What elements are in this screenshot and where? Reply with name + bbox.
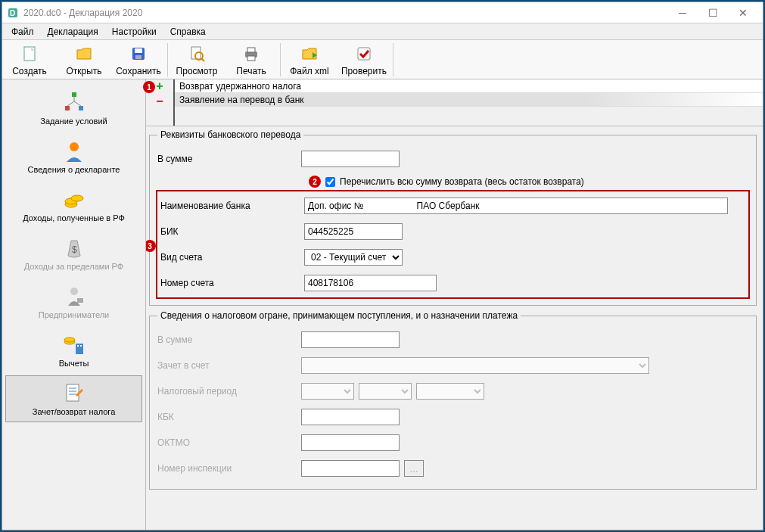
credit-label: Зачет в счет [157, 360, 301, 371]
svg-text:$: $ [72, 244, 77, 255]
svg-point-24 [71, 195, 83, 201]
print-button[interactable]: Печать [224, 41, 278, 79]
maximize-button[interactable]: ☐ [698, 4, 728, 22]
account-number-row: Номер счета [160, 270, 745, 296]
period-select-2 [359, 383, 412, 400]
close-button[interactable]: ✕ [728, 4, 758, 22]
svg-rect-33 [67, 384, 79, 401]
sidebar-item-deductions[interactable]: Вычеты [5, 327, 142, 374]
bank-name-label: Наименование банка [160, 201, 304, 211]
menu-help[interactable]: Справка [164, 25, 212, 39]
bik-input[interactable] [304, 223, 403, 240]
bank-name-input[interactable] [304, 198, 728, 214]
sidebar: Задание условий Сведения о декларанте До… [2, 79, 146, 530]
svg-rect-11 [247, 48, 255, 52]
sidebar-label: Вычеты [59, 359, 89, 368]
sum-label: В сумме [157, 154, 301, 164]
list-row-bank-transfer[interactable]: Заявление на перевод в банк [175, 93, 763, 107]
sidebar-item-conditions[interactable]: Задание условий [5, 85, 142, 132]
check-button[interactable]: Проверить [337, 41, 391, 79]
check-label: Проверить [341, 66, 387, 76]
xml-icon [299, 43, 320, 64]
period-select-1 [301, 383, 354, 400]
open-label: Открыть [66, 66, 101, 76]
toolbar-separator-3 [393, 43, 393, 76]
sidebar-item-entrepreneurs[interactable]: Предприниматели [5, 278, 142, 325]
print-label: Печать [236, 66, 266, 76]
menu-declaration[interactable]: Декларация [42, 25, 104, 39]
account-number-input[interactable] [304, 275, 437, 291]
credit-row: Зачет в счет [157, 353, 748, 378]
oktmo-row: ОКТМО [157, 430, 748, 456]
svg-line-9 [201, 58, 204, 61]
svg-rect-31 [77, 345, 79, 347]
menu-file[interactable]: Файл [5, 25, 40, 39]
menu-settings[interactable]: Настройки [106, 25, 163, 39]
open-button[interactable]: Открыть [57, 41, 111, 79]
xml-button[interactable]: Файл xml [282, 41, 337, 79]
titlebar: D 2020.dc0 - Декларация 2020 ─ ☐ ✕ [2, 2, 763, 23]
sum-input[interactable] [301, 151, 400, 167]
window-title: 2020.dc0 - Декларация 2020 [23, 8, 667, 18]
document-edit-icon [62, 381, 86, 406]
remove-button[interactable]: − [152, 96, 167, 110]
sidebar-label: Задание условий [40, 117, 107, 126]
sidebar-item-income-foreign[interactable]: $ Доходы за пределами РФ [5, 230, 142, 277]
inspection-input [301, 460, 400, 477]
sum2-row: В сумме [157, 327, 748, 353]
list-row-return[interactable]: Возврат удержанного налога [175, 79, 763, 93]
svg-rect-12 [247, 56, 255, 61]
tax-authority-fieldset: Сведения о налоговом огране, принимающем… [149, 310, 757, 490]
list-rows: Возврат удержанного налога Заявление на … [173, 79, 763, 126]
preview-label: Просмотр [176, 66, 218, 76]
xml-label: Файл xml [290, 66, 329, 76]
period-row: Налоговый период [157, 378, 748, 404]
svg-line-19 [67, 101, 74, 106]
create-button[interactable]: Создать [2, 41, 57, 79]
app-window: D 2020.dc0 - Декларация 2020 ─ ☐ ✕ Файл … [2, 2, 763, 530]
badge-1: 1 [143, 81, 155, 93]
sidebar-label: Зачет/возврат налога [33, 407, 116, 416]
svg-rect-30 [76, 344, 83, 354]
account-number-label: Номер счета [160, 278, 304, 288]
svg-rect-32 [80, 345, 82, 347]
svg-rect-17 [79, 106, 83, 110]
account-type-row: Вид счета 02 - Текущий счет [160, 244, 745, 270]
app-icon: D [7, 7, 19, 19]
sidebar-item-income-rf[interactable]: Доходы, полученные в РФ [5, 182, 142, 229]
body-area: Задание условий Сведения о декларанте До… [2, 79, 763, 530]
svg-rect-5 [135, 48, 142, 53]
kbk-input [301, 409, 400, 425]
inspection-browse-button: ... [404, 460, 424, 477]
sidebar-label: Сведения о декларанте [28, 165, 120, 174]
menubar: Файл Декларация Настройки Справка [2, 23, 763, 40]
full-refund-checkbox[interactable] [325, 177, 335, 187]
sidebar-item-declarant[interactable]: Сведения о декларанте [5, 133, 142, 180]
tax-authority-legend: Сведения о налоговом огране, принимающем… [157, 310, 521, 321]
save-icon [128, 43, 149, 64]
save-button[interactable]: Сохранить [111, 41, 166, 79]
svg-rect-6 [135, 55, 141, 59]
sidebar-item-refund[interactable]: Зачет/возврат налога [5, 375, 142, 422]
plus-minus-column: 1 + − [146, 79, 173, 126]
svg-line-20 [74, 101, 81, 106]
top-lists: 1 + − Возврат удержанного налога Заявлен… [146, 79, 763, 126]
account-type-select[interactable]: 02 - Текущий счет [304, 249, 403, 266]
bank-transfer-legend: Реквизиты банковского перевода [157, 129, 303, 140]
period-select-3 [416, 383, 484, 400]
bank-transfer-fieldset: Реквизиты банковского перевода В сумме 2… [149, 129, 757, 306]
svg-rect-15 [72, 92, 76, 97]
svg-point-21 [70, 142, 79, 151]
preview-button[interactable]: Просмотр [169, 41, 224, 79]
svg-rect-27 [77, 298, 83, 303]
minimize-button[interactable]: ─ [667, 4, 698, 22]
svg-rect-14 [358, 48, 370, 60]
inspection-label: Номер инспекции [157, 463, 301, 474]
printer-icon [241, 43, 262, 64]
oktmo-input [301, 434, 400, 451]
checkbox-row: 2 Перечислить всю сумму возврата (весь о… [157, 172, 748, 191]
svg-point-26 [70, 288, 78, 295]
bank-name-row: Наименование банка [160, 193, 745, 219]
kbk-row: КБК [157, 404, 748, 430]
badge-3: 3 [146, 240, 156, 252]
